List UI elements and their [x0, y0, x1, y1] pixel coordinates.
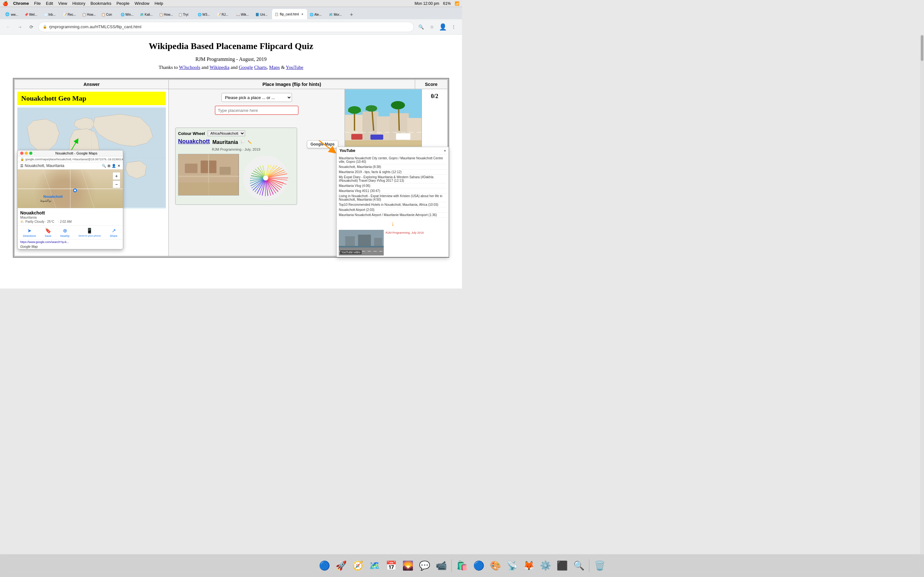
- place-picker-dropdown[interactable]: Please pick a place ... or ...: [221, 93, 292, 102]
- svg-rect-93: [345, 236, 355, 246]
- menu-help[interactable]: Help: [155, 1, 163, 6]
- yt-item-1[interactable]: Nouakchott, Mauritania (8:38): [339, 164, 447, 169]
- reload-button[interactable]: ⟳: [27, 23, 36, 31]
- tab-w3[interactable]: 🌐 W3...: [195, 10, 214, 19]
- address-bar-right: 🔍 ☆ 👤 ⋮: [417, 23, 458, 31]
- url-bar[interactable]: 🔒 rjmprogramming.com.au/HTMLCSS/flip_car…: [39, 22, 414, 32]
- yt-list: Mauritania Nouakchott City center, Gopro…: [337, 155, 449, 219]
- traffic-light-yellow[interactable]: [25, 152, 28, 155]
- menu-view[interactable]: View: [58, 1, 67, 6]
- maps-link[interactable]: Maps: [269, 65, 280, 70]
- tab-bar: 🌐 ww... 📌 Wel... ✉️ Inb... 📝 Rec... 📋 Ho…: [0, 7, 462, 19]
- tab-wik1[interactable]: 📖 Wik...: [234, 10, 253, 19]
- yt-close-icon[interactable]: ×: [444, 149, 446, 153]
- menu-history[interactable]: History: [72, 1, 85, 6]
- gmaps-nearby-btn[interactable]: ⊕ Nearby: [59, 227, 71, 238]
- back-button[interactable]: ←: [4, 23, 13, 31]
- tab-rj[interactable]: 📝 RJ...: [214, 10, 234, 19]
- menu-edit[interactable]: Edit: [46, 1, 53, 6]
- gmaps-save-btn[interactable]: 🔖 Save: [44, 227, 53, 238]
- tab-how1[interactable]: 📋 How...: [79, 10, 99, 19]
- charts-link[interactable]: Charts: [254, 65, 267, 70]
- google-link[interactable]: Google: [239, 65, 253, 70]
- gmaps-search-icon[interactable]: 🔍: [102, 164, 106, 168]
- place-image-top[interactable]: [345, 89, 422, 147]
- w3schools-link[interactable]: W3schools: [179, 65, 200, 70]
- menu-people[interactable]: People: [116, 1, 129, 6]
- tab-mor[interactable]: 🗺️ Mor...: [326, 10, 346, 19]
- gmaps-user-icon[interactable]: 👤: [111, 164, 116, 168]
- gmaps-nearby-label: Nearby: [60, 234, 69, 237]
- yt-item-7[interactable]: Top10 Recommended Hotels in Nouakchott, …: [339, 202, 447, 207]
- gmaps-map-area[interactable]: Nouakchott نواكشوط + −: [18, 169, 123, 208]
- menu-chrome[interactable]: Chrome: [13, 1, 29, 6]
- colour-wheel-region-select[interactable]: Africa/Nouakchott: [208, 131, 245, 136]
- new-tab-button[interactable]: +: [347, 10, 356, 19]
- tab-flipcard[interactable]: 📋 flip_card.html ×: [272, 9, 307, 19]
- yt-item-8[interactable]: Nouakchott Airport (2:03): [339, 207, 447, 213]
- gmaps-send-phone-btn[interactable]: 📱 Send to your phone: [78, 227, 102, 238]
- gmaps-zoom-in[interactable]: +: [113, 172, 120, 180]
- yt-item-0[interactable]: Mauritania Nouakchott City center, Gopro…: [339, 156, 447, 164]
- yt-item-10[interactable]: Mauritania Nouakchott Town Center / Maur…: [339, 218, 447, 219]
- traffic-light-green[interactable]: [29, 152, 32, 155]
- quiz-body-row: Nouakchott Geo Map: [15, 89, 447, 256]
- place-name-tag[interactable]: Nouakchott: [178, 138, 210, 145]
- user-avatar[interactable]: 👤: [438, 23, 447, 31]
- tab-uni[interactable]: 📘 Uni...: [253, 10, 272, 19]
- map-panel: Nouakchott Geo Map: [15, 89, 169, 256]
- tab-inb[interactable]: ✉️ Inb...: [41, 10, 60, 19]
- forward-button[interactable]: →: [15, 23, 24, 31]
- menu-bookmarks[interactable]: Bookmarks: [90, 1, 111, 6]
- url-text: rjmprogramming.com.au/HTMLCSS/flip_card.…: [49, 24, 142, 29]
- menu-file[interactable]: File: [34, 1, 41, 6]
- gmaps-place-label-ar: نواكشوط: [40, 199, 52, 202]
- tab-tryi[interactable]: 📋 Tryi: [176, 10, 195, 19]
- yt-item-5[interactable]: Mauritania Vlog #011 (30:47): [339, 189, 447, 193]
- menu-dots-icon[interactable]: ⋮: [449, 23, 458, 31]
- tab-kali[interactable]: 🗺️ Kali...: [137, 10, 157, 19]
- yt-thumb-label: YouTube video: [340, 250, 362, 254]
- gmaps-info-place: Nouakchott: [20, 210, 120, 215]
- gmaps-zoom-out[interactable]: −: [113, 181, 120, 188]
- yt-item-3[interactable]: My Expat Diary - Exploring Mauritania & …: [339, 175, 447, 183]
- svg-rect-76: [371, 135, 383, 140]
- apple-logo-icon[interactable]: 🍎: [3, 1, 8, 6]
- bookmark-star-icon[interactable]: ☆: [427, 23, 436, 31]
- yt-thumbnail[interactable]: YouTube video: [339, 230, 384, 255]
- tab-rec[interactable]: 📝 Rec...: [60, 10, 79, 19]
- search-icon[interactable]: 🔍: [417, 23, 425, 31]
- yt-item-4[interactable]: Mauritania Vlog (4:06): [339, 183, 447, 189]
- nearby-icon: ⊕: [63, 227, 67, 234]
- gmaps-hamburger-icon[interactable]: ☰: [20, 164, 23, 168]
- tab-con[interactable]: 📋 Con: [99, 10, 118, 19]
- tab-wel[interactable]: 📌 Wel...: [22, 10, 41, 19]
- youtube-link[interactable]: YouTube: [286, 65, 304, 70]
- yt-item-6[interactable]: Living in Nouakchott - Expat Interview w…: [339, 193, 447, 202]
- tab-how2[interactable]: 📋 How...: [157, 10, 176, 19]
- traffic-light-red[interactable]: [20, 152, 23, 155]
- gmaps-controls: + −: [113, 172, 120, 188]
- gmaps-footer-link[interactable]: https://www.google.com/search?q=k...: [18, 239, 123, 244]
- wikipedia-link[interactable]: Wikipedia: [210, 65, 229, 70]
- menu-window[interactable]: Window: [134, 1, 149, 6]
- yt-item-9[interactable]: Mauritania Nouakchott Airport / Mauritan…: [339, 213, 447, 218]
- gmaps-map-link[interactable]: Google Map: [18, 244, 123, 249]
- yt-item-2[interactable]: Mauritania 2019 - tips, facts & sights (…: [339, 169, 447, 175]
- menu-right: Mon 12:00 pm 61% 📶: [415, 1, 459, 6]
- gmaps-directions-btn[interactable]: ➤ Directions: [22, 227, 37, 238]
- tab-win[interactable]: 🌐 Win...: [118, 10, 137, 19]
- tab-ale[interactable]: 🌐 Ale...: [307, 10, 326, 19]
- svg-point-10: [74, 189, 76, 191]
- tab-ww[interactable]: 🌐 ww...: [3, 10, 22, 19]
- gmaps-grid-icon[interactable]: ⊞: [107, 164, 110, 168]
- gmaps-directions-label: Directions: [23, 234, 36, 237]
- colour-wheel-chart: [242, 154, 290, 202]
- gmaps-share-btn[interactable]: ↗ Share: [108, 227, 119, 238]
- gmaps-x-icon[interactable]: ✕: [118, 164, 120, 168]
- gmaps-title-text: Nouakchott - Google Maps: [55, 151, 97, 155]
- yt-arrow-down: ↓: [337, 219, 449, 229]
- tab-close-icon[interactable]: ×: [300, 12, 304, 16]
- placename-text-input[interactable]: [215, 106, 298, 115]
- aerial-photo: [178, 154, 239, 195]
